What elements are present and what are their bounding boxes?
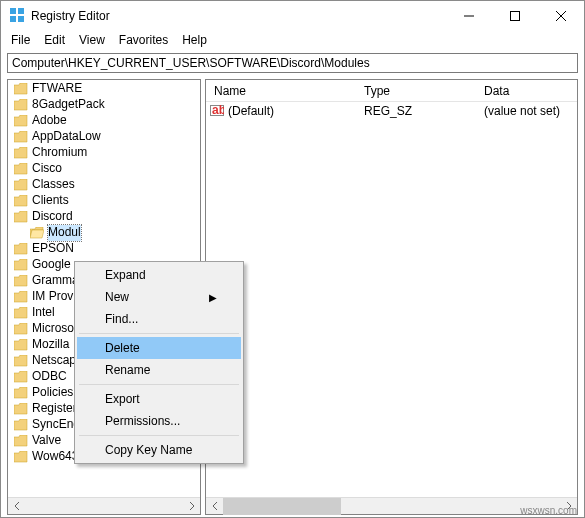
scroll-right-icon[interactable] (183, 498, 200, 515)
folder-icon (14, 323, 28, 335)
tree-item[interactable]: Discord (8, 209, 200, 225)
watermark: wsxwsn.com (520, 505, 577, 516)
folder-icon (14, 419, 28, 431)
folder-icon (14, 275, 28, 287)
tree-item-label: Adobe (32, 113, 67, 129)
folder-icon (14, 211, 28, 223)
titlebar: Registry Editor (1, 1, 584, 31)
svg-text:ab: ab (212, 103, 224, 117)
menu-favorites[interactable]: Favorites (119, 33, 168, 47)
folder-icon (14, 243, 28, 255)
folder-icon (14, 259, 28, 271)
ctx-separator (79, 333, 239, 334)
folder-icon (14, 83, 28, 95)
folder-icon (14, 163, 28, 175)
list-header: Name Type Data (206, 80, 577, 102)
svg-rect-2 (10, 16, 16, 22)
tree-item-label: Intel (32, 305, 55, 321)
submenu-arrow-icon: ▶ (209, 292, 217, 303)
maximize-button[interactable] (492, 1, 538, 31)
tree-item[interactable]: Clients (8, 193, 200, 209)
tree-item-label: Cisco (32, 161, 62, 177)
folder-icon (14, 131, 28, 143)
tree-item-label: EPSON (32, 241, 74, 257)
window-title: Registry Editor (31, 9, 446, 23)
tree-item[interactable]: Cisco (8, 161, 200, 177)
folder-icon (14, 371, 28, 383)
ctx-permissions[interactable]: Permissions... (77, 410, 241, 432)
tree-item-label: Classes (32, 177, 75, 193)
folder-icon (14, 387, 28, 399)
tree-item-label: Chromium (32, 145, 87, 161)
close-button[interactable] (538, 1, 584, 31)
tree-item-label: Netscap (32, 353, 76, 369)
tree-item[interactable]: EPSON (8, 241, 200, 257)
tree-item-label: Clients (32, 193, 69, 209)
folder-icon (14, 403, 28, 415)
tree-item-label: Microsof (32, 321, 77, 337)
svg-rect-5 (511, 12, 520, 21)
ctx-separator (79, 435, 239, 436)
folder-icon (14, 147, 28, 159)
ctx-expand[interactable]: Expand (77, 264, 241, 286)
minimize-button[interactable] (446, 1, 492, 31)
list-body[interactable]: ab (Default) REG_SZ (value not set) (206, 102, 577, 497)
address-bar[interactable]: Computer\HKEY_CURRENT_USER\SOFTWARE\Disc… (7, 53, 578, 73)
folder-icon (14, 195, 28, 207)
list-row[interactable]: ab (Default) REG_SZ (value not set) (206, 102, 577, 120)
folder-icon (14, 451, 28, 463)
tree-item-label: IM Provi (32, 289, 76, 305)
ctx-separator (79, 384, 239, 385)
menu-file[interactable]: File (11, 33, 30, 47)
value-data: (value not set) (476, 104, 577, 118)
tree-item-label: Mozilla (32, 337, 69, 353)
folder-icon (14, 99, 28, 111)
menu-view[interactable]: View (79, 33, 105, 47)
folder-icon (14, 115, 28, 127)
menu-edit[interactable]: Edit (44, 33, 65, 47)
menubar: File Edit View Favorites Help (1, 31, 584, 51)
ctx-export[interactable]: Export (77, 388, 241, 410)
ctx-copy-key-name[interactable]: Copy Key Name (77, 439, 241, 461)
menu-help[interactable]: Help (182, 33, 207, 47)
tree-item-label: ODBC (32, 369, 67, 385)
tree-item[interactable]: AppDataLow (8, 129, 200, 145)
scroll-left-icon[interactable] (8, 498, 25, 515)
list-pane: Name Type Data ab (Default) REG_SZ (valu… (205, 79, 578, 515)
folder-icon (14, 179, 28, 191)
tree-item-label: Discord (32, 209, 73, 225)
folder-icon (14, 339, 28, 351)
tree-item[interactable]: 8GadgetPack (8, 97, 200, 113)
string-value-icon: ab (210, 103, 224, 120)
scroll-left-icon[interactable] (206, 498, 223, 515)
tree-item-label: Gramma (32, 273, 79, 289)
value-type: REG_SZ (356, 104, 476, 118)
tree-item[interactable]: Classes (8, 177, 200, 193)
context-menu: Expand New▶ Find... Delete Rename Export… (74, 261, 244, 464)
ctx-rename[interactable]: Rename (77, 359, 241, 381)
tree-item[interactable]: Chromium (8, 145, 200, 161)
value-name: (Default) (228, 104, 274, 118)
app-icon (9, 7, 25, 26)
tree-item-label: Valve (32, 433, 61, 449)
ctx-find[interactable]: Find... (77, 308, 241, 330)
svg-rect-3 (18, 16, 24, 22)
column-data[interactable]: Data (476, 82, 577, 100)
ctx-new[interactable]: New▶ (77, 286, 241, 308)
ctx-delete[interactable]: Delete (77, 337, 241, 359)
tree-item[interactable]: Modul (8, 225, 200, 241)
folder-icon (14, 291, 28, 303)
folder-icon (14, 435, 28, 447)
tree-item-label: Google (32, 257, 71, 273)
tree-item-label: 8GadgetPack (32, 97, 105, 113)
folder-icon (14, 355, 28, 367)
column-type[interactable]: Type (356, 82, 476, 100)
tree-item[interactable]: FTWARE (8, 81, 200, 97)
tree-item-label: Policies (32, 385, 73, 401)
svg-rect-0 (10, 8, 16, 14)
tree-item-label: AppDataLow (32, 129, 101, 145)
scrollbar-thumb[interactable] (223, 498, 341, 515)
column-name[interactable]: Name (206, 82, 356, 100)
tree-hscrollbar[interactable] (8, 497, 200, 514)
tree-item[interactable]: Adobe (8, 113, 200, 129)
